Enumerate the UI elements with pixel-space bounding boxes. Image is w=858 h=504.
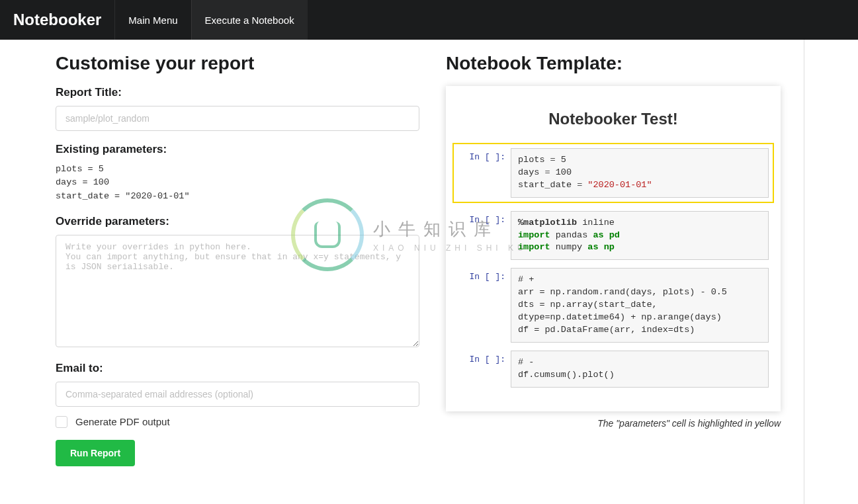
cell-prompt: In [ ]: xyxy=(458,211,511,261)
cell-prompt: In [ ]: xyxy=(458,268,511,342)
existing-parameters-label: Existing parameters: xyxy=(56,143,419,156)
run-report-button[interactable]: Run Report xyxy=(56,440,135,466)
report-title-label: Report Title: xyxy=(56,86,419,99)
parameters-cell: In [ ]: plots = 5 days = 100 start_date … xyxy=(452,143,774,203)
template-panel: Notebook Template: Notebooker Test! In [… xyxy=(446,53,781,466)
cell-prompt: In [ ]: xyxy=(458,351,511,388)
report-title-input[interactable] xyxy=(56,106,419,131)
brand-logo[interactable]: Notebooker xyxy=(0,11,114,29)
cell-code: # - df.cumsum().plot() xyxy=(511,351,769,388)
generate-pdf-label: Generate PDF output xyxy=(75,416,170,427)
customise-heading: Customise your report xyxy=(56,53,419,74)
email-to-input[interactable] xyxy=(56,382,419,407)
generate-pdf-checkbox[interactable] xyxy=(56,416,67,428)
template-heading: Notebook Template: xyxy=(446,53,781,74)
imports-cell: In [ ]: %matplotlib inline import pandas… xyxy=(458,211,769,261)
compute-cell: In [ ]: # + arr = np.random.rand(days, p… xyxy=(458,268,769,342)
cell-code: plots = 5 days = 100 start_date = "2020-… xyxy=(511,148,769,198)
plot-cell: In [ ]: # - df.cumsum().plot() xyxy=(458,351,769,388)
customise-panel: Customise your report Report Title: Exis… xyxy=(56,53,419,466)
override-parameters-input[interactable] xyxy=(56,235,419,347)
parameters-caption: The "parameters" cell is highlighted in … xyxy=(446,418,781,429)
notebook-preview: Notebooker Test! In [ ]: plots = 5 days … xyxy=(446,86,781,411)
nav-main-menu[interactable]: Main Menu xyxy=(114,0,191,40)
cell-code: %matplotlib inline import pandas as pd i… xyxy=(511,211,769,261)
vertical-divider xyxy=(804,40,804,480)
navbar: Notebooker Main Menu Execute a Notebook xyxy=(0,0,858,40)
override-parameters-label: Override parameters: xyxy=(56,215,419,228)
nav-execute-notebook[interactable]: Execute a Notebook xyxy=(191,0,308,40)
cell-prompt: In [ ]: xyxy=(458,148,511,198)
cell-code: # + arr = np.random.rand(days, plots) - … xyxy=(511,268,769,342)
notebook-title: Notebooker Test! xyxy=(458,110,769,128)
existing-parameters-code: plots = 5 days = 100 start_date = "2020-… xyxy=(56,163,419,203)
email-to-label: Email to: xyxy=(56,362,419,375)
